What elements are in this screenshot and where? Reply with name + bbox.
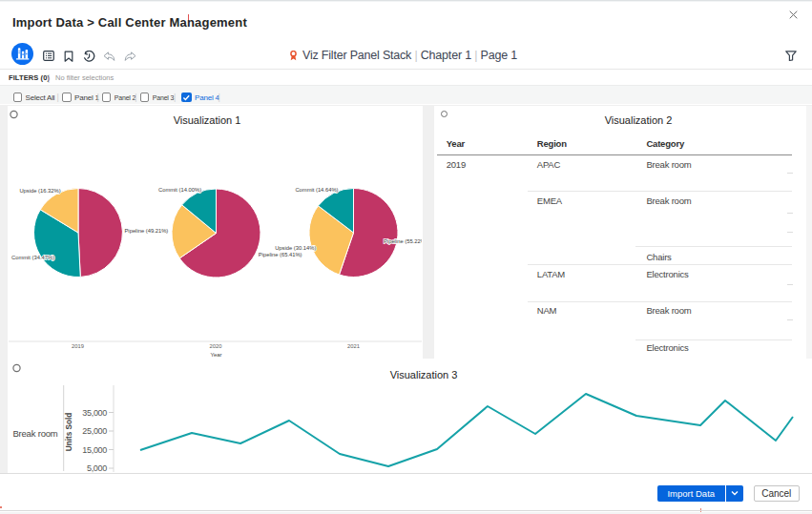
svg-text:Commit (34.47%): Commit (34.47%)	[11, 255, 54, 260]
svg-text:2021: 2021	[347, 342, 360, 348]
svg-text:2020: 2020	[210, 342, 222, 348]
svg-text:25,000: 25,000	[82, 426, 107, 436]
svg-text:Upside (30.14%): Upside (30.14%)	[275, 244, 316, 250]
svg-text:Pipeline (65.41%): Pipeline (65.41%)	[259, 252, 302, 257]
svg-text:2019: 2019	[72, 342, 84, 348]
svg-text:5,000: 5,000	[87, 463, 107, 473]
svg-text:Commit (14.00%): Commit (14.00%)	[158, 186, 201, 192]
svg-text:Upside (16.32%): Upside (16.32%)	[19, 187, 60, 193]
svg-text:Break room: Break room	[12, 428, 57, 439]
svg-text:35,000: 35,000	[82, 408, 107, 418]
svg-text:Pipeline (49.21%): Pipeline (49.21%)	[125, 228, 169, 234]
svg-text:15,000: 15,000	[82, 445, 107, 455]
svg-text:Year: Year	[210, 351, 221, 357]
svg-text:Pipeline (55.22%): Pipeline (55.22%)	[384, 237, 422, 243]
svg-text:Commit (14.64%): Commit (14.64%)	[295, 186, 338, 192]
svg-text:Visualization 1: Visualization 1	[174, 113, 241, 125]
svg-text:Units Sold: Units Sold	[65, 413, 73, 451]
svg-text:Visualization 3: Visualization 3	[390, 369, 458, 380]
